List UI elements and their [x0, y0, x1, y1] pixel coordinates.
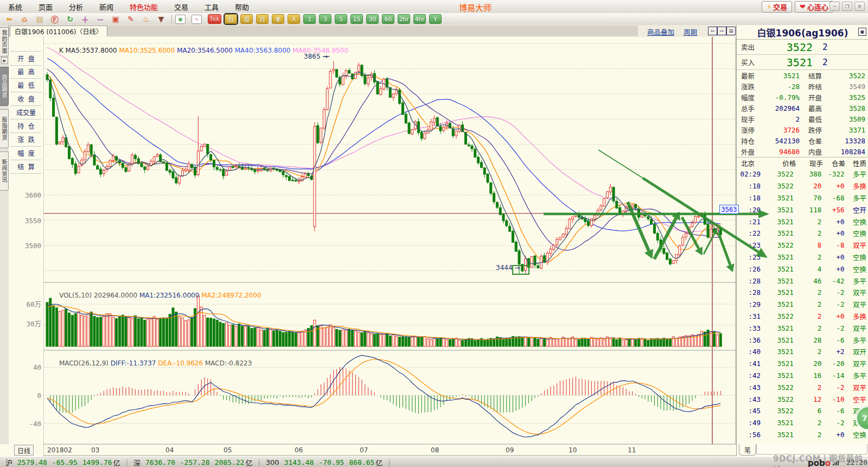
period-3-button[interactable]: 3 [319, 14, 331, 24]
indicator-label-panel: 开 盘最 高最 低收 盘成交量持 仓涨 跌幅 度结 算3600355035006… [9, 37, 43, 456]
tick-volume: 2 [794, 288, 821, 296]
period-月-button[interactable]: 月 [256, 14, 269, 24]
overlay-commodity-link[interactable]: 商品叠加 [647, 27, 674, 37]
back-icon[interactable]: ⬅ [3, 14, 15, 24]
tick-row[interactable]: 02:293522388-322多平 [737, 168, 868, 180]
tick-row[interactable]: :2335228-8双平 [737, 239, 868, 251]
tick-volume: 2 [794, 324, 821, 332]
tick-time: :26 [737, 265, 761, 273]
tick-volume: 2 [794, 383, 821, 392]
quote-table-icon[interactable]: ▦ [175, 15, 186, 24]
menu-页面[interactable]: 页面 [30, 2, 61, 12]
maximize-button[interactable]: ❐ [842, 2, 852, 11]
next-page-icon[interactable]: ⇨ [717, 27, 726, 35]
tick-row[interactable]: :3135222+0多换 [737, 311, 868, 323]
refresh-icon[interactable]: ↻ [64, 14, 76, 24]
sidebar-tab-新闻资讯[interactable]: 新闻资讯 [0, 152, 9, 191]
tick-row[interactable]: :42352116-14多平 [737, 370, 868, 382]
tick-row[interactable]: :2935212-2双平 [737, 299, 868, 311]
home-icon[interactable]: ⌂ [18, 14, 30, 24]
menu-交易[interactable]: 交易 [166, 2, 196, 12]
period-1-button[interactable]: 1 [303, 14, 316, 24]
tick-row[interactable]: :5635212+0空换 [737, 429, 868, 441]
ask-price: 3522 [765, 41, 813, 54]
fw-icon[interactable]: Ⓕ [49, 14, 61, 24]
chart-area[interactable]: 201802030405060708091011 K MA5:3537.8000… [43, 37, 737, 456]
heart-link-button[interactable]: ❤心连心 [795, 1, 833, 12]
period-2hr-button[interactable]: 2hr [398, 14, 410, 24]
tick-row[interactable]: :43352212-10空平 [737, 393, 868, 405]
tick-oi-change: -14 [821, 371, 844, 380]
period-15-button[interactable]: 15 [350, 14, 363, 24]
period-5-button[interactable]: 5 [335, 14, 347, 24]
menu-工具[interactable]: 工具 [196, 2, 227, 12]
tick-price: 3521 [761, 348, 794, 356]
tick-row[interactable]: :18352220+0多换 [737, 180, 868, 192]
kline-chart[interactable]: 201802030405060708091011 [43, 37, 737, 456]
sidebar-tab-我的页面[interactable]: 我的页面 [0, 27, 9, 56]
quote-label: 最新 [737, 71, 764, 81]
menu-帮助[interactable]: 帮助 [227, 2, 257, 12]
tick-row[interactable]: :18352170-68多平 [737, 192, 868, 204]
zoom-out-icon[interactable]: － [94, 14, 106, 24]
period-30-button[interactable]: 30 [366, 14, 379, 24]
tick-row[interactable]: :2235212+0空换 [737, 228, 868, 239]
tick-list[interactable]: 02:293522388-322多平:18352220+0多换:18352170… [737, 168, 868, 440]
period-label-box[interactable]: 日线 [14, 445, 34, 456]
tick-row[interactable]: :2135212+0空换 [737, 216, 868, 228]
sidebar-tab-股指期货[interactable]: 股指期货 [0, 109, 9, 148]
close-button[interactable]: ✕ [854, 2, 865, 11]
overlay-icon[interactable]: ▣ [110, 14, 122, 24]
menu-系统[interactable]: 系统 [0, 2, 30, 12]
active-chart-tab[interactable]: 白银1906 (011006)〈日线〉 [10, 26, 107, 36]
period-季-button[interactable]: 季 [272, 14, 284, 24]
menu-新闻[interactable]: 新闻 [91, 2, 122, 12]
menu-分析[interactable]: 分析 [61, 2, 91, 12]
tick-row[interactable]: :2835212-2双平 [737, 287, 868, 299]
tab-expand-arrow[interactable]: ▶ [1, 57, 8, 64]
tick-row[interactable]: :4035212+2双开 [737, 346, 868, 358]
trade-button[interactable]: ⚡交易 [762, 1, 792, 12]
separator: | [258, 458, 260, 466]
notes-icon[interactable]: ▤ [34, 14, 46, 24]
ask-row[interactable]: 卖出35222 [737, 40, 868, 55]
menu-特色功能[interactable]: 特色功能 [122, 2, 166, 12]
tab-bi[interactable]: 笔 [739, 444, 756, 456]
period-link[interactable]: 周期 [684, 27, 697, 37]
period-X-button[interactable]: X [288, 14, 300, 24]
tick-row[interactable]: :4935212-2双平 [737, 417, 868, 429]
minimize-button[interactable]: ─ [829, 2, 840, 11]
quote-label: 涨跌 [737, 81, 764, 92]
split-view-icon[interactable]: ⊟ [726, 27, 736, 35]
maximize-panel-icon[interactable]: ▣ [858, 28, 866, 36]
tick-oi-change: +0 [821, 218, 844, 226]
zoom-in-icon[interactable]: ＋ [79, 14, 91, 24]
indicator-label: 最 高 [11, 65, 41, 79]
tick-price: 3522 [761, 407, 794, 415]
draw-icon[interactable]: ✎ [125, 14, 137, 24]
period-tick-button[interactable]: Tick [208, 14, 221, 24]
tick-row[interactable]: :2635214+0空换 [737, 263, 868, 275]
quote-label: 昨结 [800, 81, 831, 92]
kline-icon[interactable]: ∿ [192, 15, 202, 24]
sidebar-tab-商品期货[interactable]: 商品期货 [0, 67, 9, 106]
period-60-button[interactable]: 60 [382, 14, 394, 24]
tick-row[interactable]: :28352146-42多平 [737, 275, 868, 287]
tick-row[interactable]: :2335212+0空换 [737, 251, 868, 263]
period-4hr-button[interactable]: 4hr [413, 14, 426, 24]
period-周-button[interactable]: 周 [240, 14, 253, 24]
filter-icon[interactable]: ▼ [155, 14, 167, 24]
tick-row[interactable]: :203521118+56空开 [737, 204, 868, 216]
flame-icon[interactable]: ♨ [140, 14, 152, 24]
period-Y-button[interactable]: Y [429, 14, 442, 24]
period-日-button[interactable]: 日 [225, 14, 237, 24]
axis-corner: 日线 [0, 444, 43, 456]
prev-page-icon[interactable]: ⇦ [708, 27, 717, 35]
tick-row[interactable]: :4335222-2双平 [737, 381, 868, 393]
tick-row[interactable]: :4535226-6双平 [737, 405, 868, 417]
tick-row[interactable]: :36352128-6多平 [737, 334, 868, 346]
index-label: 沪 [5, 457, 12, 467]
tick-row[interactable]: :41352120-20双平 [737, 358, 868, 370]
bid-row[interactable]: 买入35212 [737, 55, 868, 70]
tick-row[interactable]: :3335212-2双平 [737, 322, 868, 334]
